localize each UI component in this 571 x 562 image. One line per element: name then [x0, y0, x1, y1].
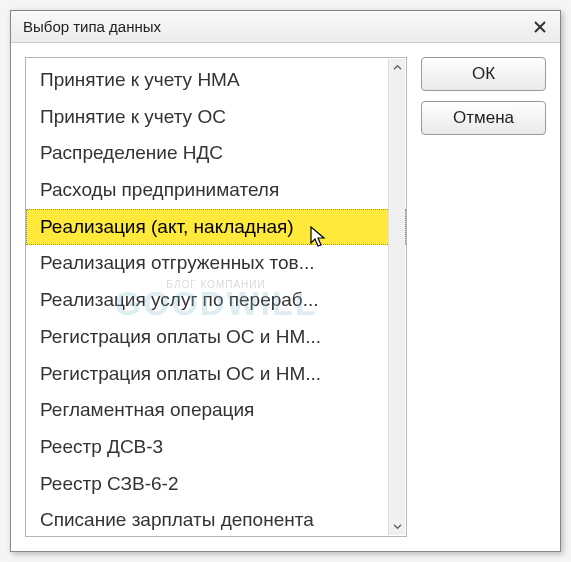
chevron-up-icon	[393, 63, 402, 72]
list-item[interactable]: Распределение НДС	[26, 135, 406, 172]
list-item[interactable]: Списание зарплаты депонента	[26, 502, 406, 536]
list-item[interactable]: Регистрация оплаты ОС и НМ...	[26, 319, 406, 356]
chevron-down-icon	[393, 522, 402, 531]
dialog-actions: ОК Отмена	[421, 57, 546, 537]
dialog-title: Выбор типа данных	[23, 18, 528, 35]
list-item[interactable]: Реализация услуг по перераб...	[26, 282, 406, 319]
list-item[interactable]: Расходы предпринимателя	[26, 172, 406, 209]
list-item[interactable]: Принятие к учету НМА	[26, 62, 406, 99]
list-viewport: Принятие к учету НМАПринятие к учету ОСР…	[26, 58, 406, 536]
list-item[interactable]: Реализация (акт, накладная)	[26, 209, 406, 246]
list-item[interactable]: Принятие к учету ОС	[26, 99, 406, 136]
close-button[interactable]	[528, 15, 552, 39]
scroll-down-button[interactable]	[389, 518, 405, 535]
dialog-body: Принятие к учету НМАПринятие к учету ОСР…	[11, 43, 560, 551]
type-list-container: Принятие к учету НМАПринятие к учету ОСР…	[25, 57, 407, 537]
scroll-up-button[interactable]	[389, 59, 405, 76]
cancel-button[interactable]: Отмена	[421, 101, 546, 135]
list-item[interactable]: Регламентная операция	[26, 392, 406, 429]
list-item[interactable]: Реестр ДСВ-3	[26, 429, 406, 466]
type-select-dialog: Выбор типа данных Принятие к учету НМАПр…	[10, 10, 561, 552]
close-icon	[533, 20, 547, 34]
list-item[interactable]: Регистрация оплаты ОС и НМ...	[26, 356, 406, 393]
scrollbar[interactable]	[388, 59, 405, 535]
list-item[interactable]: Реализация отгруженных тов...	[26, 245, 406, 282]
list-item[interactable]: Реестр СЗВ-6-2	[26, 466, 406, 503]
ok-button[interactable]: ОК	[421, 57, 546, 91]
titlebar: Выбор типа данных	[11, 11, 560, 43]
type-list[interactable]: Принятие к учету НМАПринятие к учету ОСР…	[26, 58, 406, 536]
